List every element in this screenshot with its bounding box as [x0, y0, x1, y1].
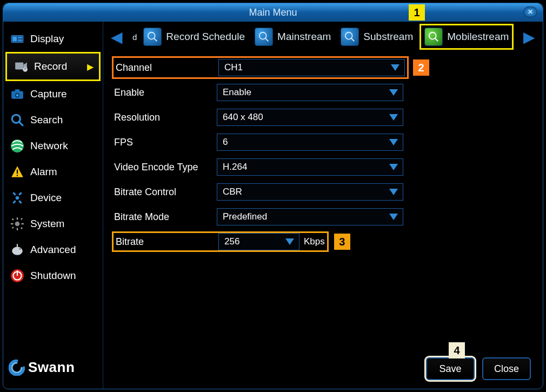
tab-record-schedule[interactable]: Record Schedule: [140, 25, 248, 48]
row-bitrate: Bitrate 256 Kbps 3: [114, 231, 532, 252]
dropdown-value: CH1: [224, 62, 243, 73]
row-fps: FPS 6: [114, 132, 532, 152]
row-enable: Enable Enable: [114, 82, 532, 103]
chevron-down-icon: [388, 136, 399, 148]
sidebar-item-shutdown[interactable]: Shutdown: [3, 263, 103, 289]
svg-point-31: [148, 32, 155, 39]
callout-2: 2: [413, 59, 429, 76]
svg-marker-44: [389, 189, 398, 195]
sidebar-item-capture[interactable]: Capture: [3, 81, 103, 107]
gear-icon: [10, 216, 25, 231]
row-bitrate-control: Bitrate Control CBR: [114, 182, 532, 202]
save-button[interactable]: Save: [426, 357, 475, 380]
svg-rect-20: [22, 223, 24, 224]
button-label: Close: [494, 363, 519, 375]
enable-dropdown[interactable]: Enable: [217, 84, 403, 101]
bitrate-dropdown[interactable]: 256: [218, 233, 299, 250]
sidebar-item-label: Display: [30, 33, 64, 45]
svg-rect-2: [18, 37, 22, 38]
sidebar-item-label: Network: [30, 140, 68, 152]
svg-marker-46: [285, 238, 294, 245]
tabs-scroll-left[interactable]: ◀: [108, 28, 126, 46]
field-label: Bitrate Control: [114, 187, 217, 198]
sidebar-item-advanced[interactable]: Advanced: [3, 237, 103, 263]
bitrate-control-dropdown[interactable]: CBR: [217, 183, 403, 201]
display-icon: [10, 31, 25, 46]
svg-point-35: [345, 32, 352, 39]
tab-mobilestream[interactable]: Mobilestream: [420, 24, 514, 50]
window-title: Main Menu: [249, 7, 297, 18]
svg-rect-14: [17, 175, 18, 176]
field-label: Channel: [116, 62, 218, 74]
chevron-down-icon: [284, 236, 296, 248]
callout-1: 1: [409, 4, 425, 21]
swann-logo-icon: [9, 360, 25, 376]
tab-mainstream[interactable]: Mainstream: [251, 25, 334, 48]
row-resolution: Resolution 640 x 480: [114, 107, 532, 128]
truncated-tab-fragment: d: [132, 32, 137, 42]
sidebar-item-system[interactable]: System: [3, 211, 103, 237]
tab-label: Substream: [363, 31, 413, 43]
sidebar-item-display[interactable]: Display: [3, 26, 103, 52]
callout-3: 3: [334, 234, 350, 250]
network-icon: [10, 138, 25, 154]
row-bitrate-mode: Bitrate Mode Predefined: [114, 207, 532, 227]
close-button[interactable]: Close: [482, 357, 531, 380]
field-label: FPS: [114, 137, 217, 148]
svg-marker-41: [389, 114, 398, 121]
svg-point-27: [19, 248, 21, 250]
sidebar-item-label: Record: [34, 61, 67, 72]
row-channel: Channel CH1 2: [114, 57, 532, 78]
svg-rect-19: [11, 223, 13, 224]
close-window-button[interactable]: ✕: [523, 6, 537, 17]
shutdown-icon: [10, 268, 25, 283]
sidebar-item-label: Advanced: [30, 244, 76, 256]
callout-4: 4: [449, 342, 465, 358]
channel-dropdown[interactable]: CH1: [218, 59, 405, 76]
record-icon: [14, 59, 29, 74]
svg-point-16: [15, 222, 20, 227]
advanced-icon: [10, 242, 25, 257]
dropdown-value: Enable: [223, 87, 251, 98]
sidebar-item-search[interactable]: Search: [3, 107, 103, 133]
tab-label: Mainstream: [277, 31, 331, 43]
field-label: Bitrate Mode: [114, 211, 217, 223]
svg-point-12: [11, 139, 24, 152]
svg-rect-24: [12, 227, 14, 229]
sidebar-item-label: Alarm: [30, 166, 57, 178]
main-panel: 1 ◀ d Record Schedule Mainstream: [103, 22, 543, 389]
svg-rect-30: [17, 270, 18, 276]
substream-icon: [341, 28, 359, 46]
close-icon: ✕: [528, 8, 533, 16]
tabs-scroll-right[interactable]: ▶: [520, 28, 538, 46]
svg-point-33: [259, 32, 267, 39]
field-label: Bitrate: [116, 236, 218, 248]
chevron-down-icon: [388, 87, 399, 98]
svg-line-36: [351, 38, 355, 42]
sidebar-item-network[interactable]: Network: [3, 133, 103, 159]
sidebar-item-label: System: [30, 218, 64, 230]
search-icon: [10, 112, 25, 128]
window-body: Display Record ▶ Capture Search: [3, 22, 543, 389]
fps-dropdown[interactable]: 6: [217, 134, 403, 151]
svg-rect-3: [18, 39, 22, 41]
bitrate-mode-dropdown[interactable]: Predefined: [217, 208, 403, 225]
tab-substream[interactable]: Substream: [337, 25, 416, 48]
sidebar-item-record[interactable]: Record ▶: [5, 52, 101, 81]
chevron-down-icon: [388, 186, 399, 198]
sidebar-item-label: Capture: [30, 88, 67, 100]
sidebar-item-alarm[interactable]: Alarm: [3, 159, 103, 185]
svg-rect-26: [17, 244, 18, 248]
svg-rect-18: [17, 228, 18, 230]
svg-rect-4: [15, 62, 23, 69]
sidebar-item-device[interactable]: Device: [3, 185, 103, 211]
svg-rect-21: [12, 218, 14, 221]
sidebar-item-label: Device: [30, 192, 62, 204]
field-label: Video Encode Type: [114, 162, 217, 173]
dvr-main-menu-window: Main Menu ✕ Display Record ▶: [3, 3, 543, 389]
svg-rect-1: [12, 37, 17, 42]
field-label: Enable: [114, 87, 217, 98]
video-encode-dropdown[interactable]: H.264: [217, 158, 403, 176]
dropdown-value: 6: [223, 137, 228, 148]
resolution-dropdown[interactable]: 640 x 480: [217, 109, 403, 126]
